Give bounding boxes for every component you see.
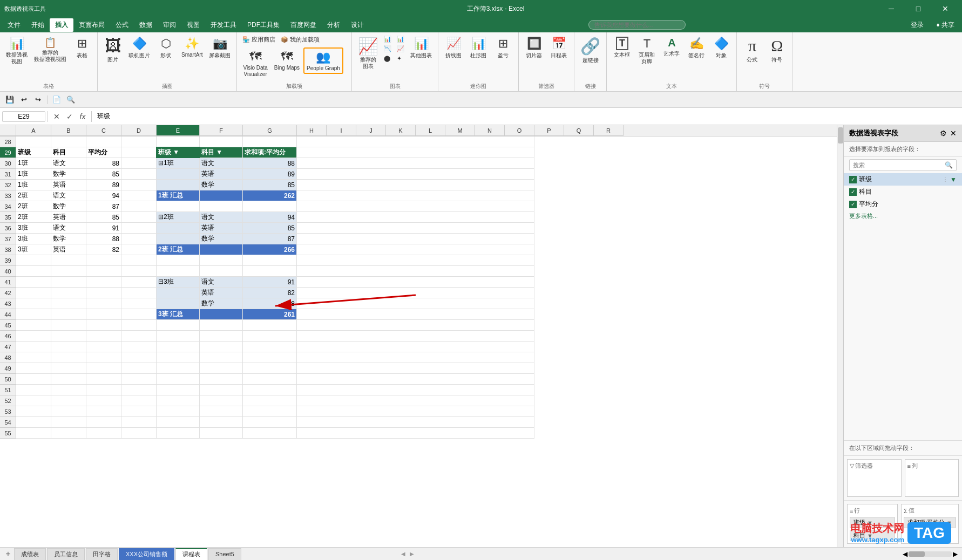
close-button[interactable]: ✕	[933, 0, 958, 17]
cell-f31[interactable]: 英语	[200, 169, 243, 180]
row-header-45[interactable]: 45	[0, 320, 16, 331]
pivot-more-tables[interactable]: 更多表格...	[844, 210, 962, 222]
cell-a30[interactable]: 1班	[16, 158, 51, 169]
row-header-33[interactable]: 33	[0, 190, 16, 201]
cell-d30[interactable]	[121, 158, 157, 169]
bing-maps-button[interactable]: 🗺 Bing Maps	[272, 47, 302, 73]
cell-c33[interactable]: 94	[86, 190, 121, 201]
cell-e38[interactable]: 2班 汇总	[157, 244, 200, 255]
row-header-49[interactable]: 49	[0, 363, 16, 374]
cell-d46[interactable]	[121, 331, 157, 342]
cell-d44[interactable]	[121, 309, 157, 320]
cell-c36[interactable]: 91	[86, 223, 121, 234]
cell-e50[interactable]	[157, 374, 200, 385]
cell-e28[interactable]	[157, 136, 200, 147]
cell-g32[interactable]: 85	[243, 180, 297, 190]
visio-button[interactable]: 🗺 Visio DataVisualizer	[240, 47, 270, 80]
cell-rest51[interactable]	[297, 385, 534, 395]
add-sheet-button[interactable]: +	[2, 548, 14, 560]
wordart-button[interactable]: A 艺术字	[660, 35, 683, 60]
menu-analyze[interactable]: 分析	[322, 18, 345, 32]
col-header-n[interactable]: N	[475, 125, 505, 136]
cell-f39[interactable]	[200, 255, 243, 266]
cell-f28[interactable]	[200, 136, 243, 147]
cell-g50[interactable]	[243, 374, 297, 385]
cell-d45[interactable]	[121, 320, 157, 331]
cell-e29[interactable]: 班级 ▼	[157, 147, 200, 158]
menu-baidu[interactable]: 百度网盘	[285, 18, 322, 32]
cell-rest29[interactable]	[297, 147, 534, 158]
cell-f54[interactable]	[200, 417, 243, 428]
my-addins-button[interactable]: 📦 我的加载项	[279, 35, 322, 45]
cell-g48[interactable]	[243, 352, 297, 363]
pivot-close-button[interactable]: ✕	[950, 129, 957, 138]
cell-b29[interactable]: 科目	[51, 147, 86, 158]
cell-c53[interactable]	[86, 406, 121, 417]
cell-a41[interactable]	[16, 277, 51, 288]
spark-col-button[interactable]: 📊 柱形图	[466, 35, 490, 62]
col-header-g[interactable]: G	[243, 125, 297, 136]
col-header-p[interactable]: P	[534, 125, 564, 136]
menu-view[interactable]: 视图	[181, 18, 205, 32]
cell-g49[interactable]	[243, 363, 297, 374]
cell-rest50[interactable]	[297, 374, 534, 385]
cell-d35[interactable]	[121, 212, 157, 223]
screenshot-button[interactable]: 📷 屏幕截图	[206, 35, 233, 62]
row-header-41[interactable]: 41	[0, 277, 16, 288]
cell-c41[interactable]	[86, 277, 121, 288]
cell-c34[interactable]: 87	[86, 201, 121, 212]
scatter-chart-button[interactable]: ✦	[395, 54, 407, 63]
cell-e42[interactable]	[157, 288, 200, 298]
cell-e53[interactable]	[157, 406, 200, 417]
row-header-34[interactable]: 34	[0, 201, 16, 212]
pivot-view-button[interactable]: 📊 数据透视视图	[3, 35, 30, 67]
cell-e54[interactable]	[157, 417, 200, 428]
cell-d40[interactable]	[121, 266, 157, 277]
cell-c30[interactable]: 88	[86, 158, 121, 169]
cell-a32[interactable]: 1班	[16, 180, 51, 190]
cell-b46[interactable]	[51, 331, 86, 342]
cell-f47[interactable]	[200, 342, 243, 352]
cell-d54[interactable]	[121, 417, 157, 428]
cell-a51[interactable]	[16, 385, 51, 395]
cell-b41[interactable]	[51, 277, 86, 288]
cell-g45[interactable]	[243, 320, 297, 331]
cell-g41[interactable]: 91	[243, 277, 297, 288]
row-header-37[interactable]: 37	[0, 234, 16, 244]
cell-a39[interactable]	[16, 255, 51, 266]
app-store-button[interactable]: 🏪 应用商店	[240, 35, 277, 45]
col-header-q[interactable]: Q	[564, 125, 594, 136]
cell-c29[interactable]: 平均分	[86, 147, 121, 158]
timeline-button[interactable]: 📅 日程表	[547, 35, 571, 62]
formula-input[interactable]	[94, 112, 960, 121]
menu-review[interactable]: 审阅	[158, 18, 181, 32]
cell-d47[interactable]	[121, 342, 157, 352]
cell-f48[interactable]	[200, 352, 243, 363]
col-header-a[interactable]: A	[16, 125, 51, 136]
scroll-right-button[interactable]: ▶	[408, 551, 416, 557]
header-footer-button[interactable]: T 页眉和页脚	[635, 35, 659, 67]
cell-b55[interactable]	[51, 428, 86, 439]
col-header-d[interactable]: D	[121, 125, 157, 136]
cell-e37[interactable]	[157, 234, 200, 244]
cell-b54[interactable]	[51, 417, 86, 428]
cell-d53[interactable]	[121, 406, 157, 417]
cell-a36[interactable]: 3班	[16, 223, 51, 234]
cell-rest47[interactable]	[297, 342, 534, 352]
cell-rest48[interactable]	[297, 352, 534, 363]
cell-f33[interactable]	[200, 190, 243, 201]
cell-rest44[interactable]	[297, 309, 534, 320]
cell-g29[interactable]: 求和项:平均分	[243, 147, 297, 158]
cell-a53[interactable]	[16, 406, 51, 417]
cell-c35[interactable]: 85	[86, 212, 121, 223]
cell-b37[interactable]: 数学	[51, 234, 86, 244]
cell-g40[interactable]	[243, 266, 297, 277]
cell-f53[interactable]	[200, 406, 243, 417]
cell-g35[interactable]: 94	[243, 212, 297, 223]
scroll-left-btn[interactable]: ◀	[903, 550, 907, 558]
cell-rest28[interactable]	[297, 136, 534, 147]
cell-rest43[interactable]	[297, 298, 534, 309]
scroll-left-button[interactable]: ◀	[399, 551, 408, 557]
spark-line-button[interactable]: 📈 折线图	[442, 35, 465, 62]
cell-rest41[interactable]	[297, 277, 534, 288]
